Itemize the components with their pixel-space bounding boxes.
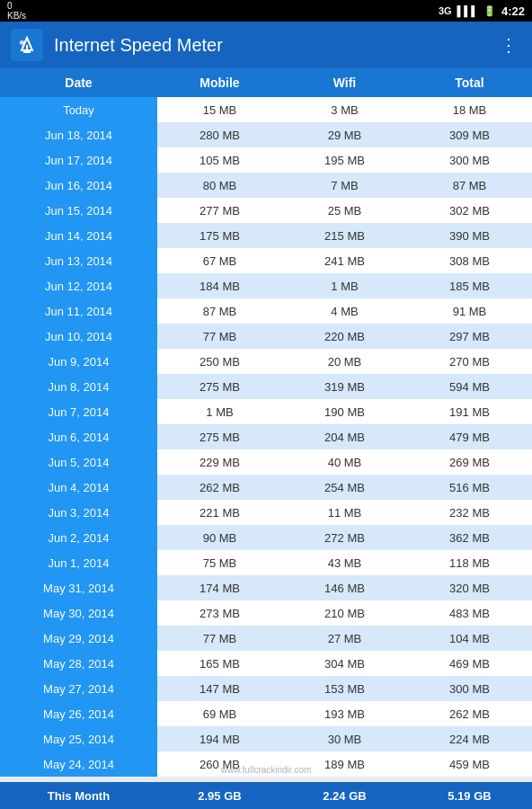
status-left: 0KB/s (7, 1, 26, 21)
table-row: May 25, 2014194 MB30 MB224 MB (0, 726, 532, 751)
wifi-cell: 193 MB (282, 707, 407, 721)
table-row: Jun 2, 201490 MB272 MB362 MB (0, 525, 532, 550)
total-cell: 232 MB (407, 506, 532, 520)
footer-label: This Month (0, 782, 157, 809)
table-row: May 29, 201477 MB27 MB104 MB (0, 626, 532, 651)
wifi-cell: 210 MB (282, 607, 407, 620)
time-display: 4:22 (501, 4, 525, 18)
total-cell: 270 MB (407, 355, 532, 369)
wifi-cell: 304 MB (282, 657, 407, 671)
wifi-cell: 3 MB (282, 103, 407, 117)
footer-total: 5.19 GB (407, 789, 532, 803)
date-cell: Jun 14, 2014 (0, 223, 157, 248)
mobile-cell: 280 MB (157, 129, 282, 142)
status-right: 3G ▌▌▌ 🔋 4:22 (439, 4, 525, 18)
date-cell: May 27, 2014 (0, 676, 157, 701)
mobile-cell: 221 MB (157, 506, 282, 520)
wifi-cell: 190 MB (282, 405, 407, 419)
wifi-cell: 1 MB (282, 280, 407, 293)
mobile-cell: 184 MB (157, 280, 282, 293)
table-row: Jun 13, 201467 MB241 MB308 MB (0, 248, 532, 273)
date-cell: May 25, 2014 (0, 726, 157, 751)
mobile-cell: 80 MB (157, 179, 282, 192)
date-cell: Jun 9, 2014 (0, 349, 157, 374)
total-cell: 302 MB (407, 204, 532, 218)
mobile-cell: 194 MB (157, 733, 282, 746)
table-row: Jun 1, 201475 MB43 MB118 MB (0, 550, 532, 575)
table-row: May 30, 2014273 MB210 MB483 MB (0, 600, 532, 626)
date-cell: Jun 17, 2014 (0, 147, 157, 173)
table-row: May 27, 2014147 MB153 MB300 MB (0, 676, 532, 701)
wifi-cell: 30 MB (282, 733, 407, 746)
total-cell: 594 MB (407, 380, 532, 394)
date-cell: Today (0, 97, 157, 122)
footer-wifi: 2.24 GB (282, 789, 407, 803)
table-row: Today15 MB3 MB18 MB (0, 97, 532, 122)
total-cell: 516 MB (407, 481, 532, 494)
total-cell: 91 MB (407, 305, 532, 318)
mobile-cell: 69 MB (157, 707, 282, 721)
table-row: Jun 8, 2014275 MB319 MB594 MB (0, 374, 532, 399)
header-total: Total (407, 76, 532, 90)
watermark: www.fullcrackindir.com (221, 765, 312, 775)
total-cell: 269 MB (407, 456, 532, 469)
date-cell: Jun 13, 2014 (0, 248, 157, 273)
date-cell: Jun 7, 2014 (0, 399, 157, 424)
mobile-cell: 15 MB (157, 103, 282, 117)
mobile-cell: 165 MB (157, 657, 282, 671)
mobile-cell: 67 MB (157, 254, 282, 268)
total-cell: 320 MB (407, 582, 532, 595)
mobile-cell: 77 MB (157, 330, 282, 343)
date-cell: May 28, 2014 (0, 651, 157, 676)
total-cell: 309 MB (407, 129, 532, 142)
date-cell: Jun 1, 2014 (0, 550, 157, 575)
footer-mobile: 2.95 GB (157, 789, 282, 803)
date-cell: Jun 4, 2014 (0, 475, 157, 500)
total-cell: 191 MB (407, 405, 532, 419)
network-type: 3G (439, 5, 452, 16)
total-cell: 308 MB (407, 254, 532, 268)
date-cell: May 30, 2014 (0, 600, 157, 626)
date-cell: Jun 5, 2014 (0, 449, 157, 475)
footer-row: This Month 2.95 GB 2.24 GB 5.19 GB (0, 782, 532, 809)
signal-icon: ▌▌▌ (457, 5, 478, 16)
total-cell: 479 MB (407, 431, 532, 444)
mobile-cell: 87 MB (157, 305, 282, 318)
date-cell: Jun 16, 2014 (0, 173, 157, 198)
wifi-cell: 195 MB (282, 154, 407, 167)
table-row: Jun 5, 2014229 MB40 MB269 MB (0, 449, 532, 475)
app-icon (11, 29, 43, 61)
date-cell: May 24, 2014 (0, 751, 157, 777)
wifi-cell: 220 MB (282, 330, 407, 343)
battery-icon: 🔋 (483, 5, 496, 17)
total-cell: 118 MB (407, 556, 532, 570)
date-cell: Jun 8, 2014 (0, 374, 157, 399)
table-row: Jun 10, 201477 MB220 MB297 MB (0, 324, 532, 349)
table-row: May 28, 2014165 MB304 MB469 MB (0, 651, 532, 676)
date-cell: May 29, 2014 (0, 626, 157, 651)
wifi-cell: 27 MB (282, 632, 407, 645)
wifi-cell: 272 MB (282, 531, 407, 545)
date-cell: Jun 3, 2014 (0, 500, 157, 525)
table-body: Today15 MB3 MB18 MBJun 18, 2014280 MB29 … (0, 97, 532, 782)
total-cell: 87 MB (407, 179, 532, 192)
total-cell: 483 MB (407, 607, 532, 620)
table-row: Jun 9, 2014250 MB20 MB270 MB (0, 349, 532, 374)
total-cell: 300 MB (407, 682, 532, 696)
mobile-cell: 75 MB (157, 556, 282, 570)
total-cell: 297 MB (407, 330, 532, 343)
table-row: May 26, 201469 MB193 MB262 MB (0, 701, 532, 726)
mobile-cell: 90 MB (157, 531, 282, 545)
date-cell: May 31, 2014 (0, 575, 157, 600)
wifi-cell: 204 MB (282, 431, 407, 444)
table-row: Jun 3, 2014221 MB11 MB232 MB (0, 500, 532, 525)
mobile-cell: 77 MB (157, 632, 282, 645)
table-row: Jun 18, 2014280 MB29 MB309 MB (0, 122, 532, 147)
wifi-cell: 29 MB (282, 129, 407, 142)
wifi-cell: 319 MB (282, 380, 407, 394)
mobile-cell: 229 MB (157, 456, 282, 469)
table-row: Jun 14, 2014175 MB215 MB390 MB (0, 223, 532, 248)
mobile-cell: 275 MB (157, 431, 282, 444)
table-row: Jun 11, 201487 MB4 MB91 MB (0, 298, 532, 324)
menu-button[interactable]: ⋮ (496, 31, 521, 59)
